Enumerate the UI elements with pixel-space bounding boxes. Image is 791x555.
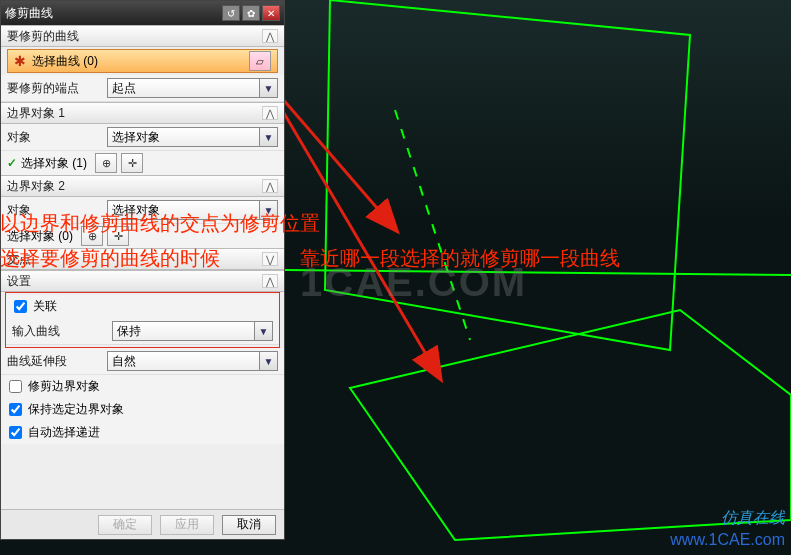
section-label: 要修剪的曲线 — [7, 28, 79, 45]
watermark-url: www.1CAE.com — [670, 531, 785, 549]
reset-icon[interactable]: ↺ — [222, 5, 240, 21]
close-icon[interactable]: ✕ — [262, 5, 280, 21]
input-curve-label: 输入曲线 — [12, 323, 108, 340]
auto-select-checkbox[interactable] — [9, 426, 22, 439]
section-settings[interactable]: 设置 ⋀ — [1, 270, 284, 292]
button-bar: 确定 应用 取消 — [1, 509, 284, 539]
input-curve-select[interactable]: 保持 ▼ — [112, 321, 273, 341]
dialog-title: 修剪曲线 — [5, 5, 53, 22]
auto-select-row[interactable]: 自动选择递进 — [1, 421, 284, 444]
curve-pick-icon[interactable]: ▱ — [249, 51, 271, 71]
endpoint-row: 要修剪的端点 起点 ▼ — [1, 75, 284, 102]
keep-boundary-checkbox[interactable] — [9, 403, 22, 416]
highlighted-settings-box: 关联 输入曲线 保持 ▼ — [5, 292, 280, 348]
input-curve-row: 输入曲线 保持 ▼ — [6, 318, 279, 345]
trim-boundary-checkbox[interactable] — [9, 380, 22, 393]
section-label: 边界对象 2 — [7, 178, 65, 195]
cancel-button[interactable]: 取消 — [222, 515, 276, 535]
target-icon[interactable]: ✛ — [121, 153, 143, 173]
extend-select[interactable]: 自然 ▼ — [107, 351, 278, 371]
annotation-line-2b: 靠近哪一段选择的就修剪哪一段曲线 — [300, 245, 620, 272]
chevron-down-icon: ▼ — [259, 352, 277, 370]
select-curve-label: 选择曲线 (0) — [32, 53, 98, 70]
gear-icon[interactable]: ✿ — [242, 5, 260, 21]
chevron-up-icon[interactable]: ⋀ — [262, 179, 278, 193]
chevron-down-icon: ▼ — [254, 322, 272, 340]
keep-boundary-row[interactable]: 保持选定边界对象 — [1, 398, 284, 421]
svg-line-4 — [268, 82, 396, 230]
section-to-trim[interactable]: 要修剪的曲线 ⋀ — [1, 25, 284, 47]
boundary1-object-row: 对象 选择对象 ▼ — [1, 124, 284, 151]
trim-boundary-row[interactable]: 修剪边界对象 — [1, 375, 284, 398]
annotation-line-1: 以边界和修剪曲线的交点为修剪位置 — [0, 210, 320, 237]
auto-select-label: 自动选择递进 — [28, 424, 100, 441]
object-value: 选择对象 — [112, 129, 160, 146]
boundary1-object-select[interactable]: 选择对象 ▼ — [107, 127, 278, 147]
endpoint-select[interactable]: 起点 ▼ — [107, 78, 278, 98]
chevron-up-icon[interactable]: ⋀ — [262, 29, 278, 43]
select-object-label: 选择对象 (1) — [21, 155, 87, 172]
object-label: 对象 — [7, 129, 103, 146]
associate-row[interactable]: 关联 — [6, 295, 279, 318]
associate-label: 关联 — [33, 298, 57, 315]
input-curve-value: 保持 — [117, 323, 141, 340]
titlebar: 修剪曲线 ↺ ✿ ✕ — [1, 1, 284, 25]
svg-marker-1 — [350, 310, 791, 540]
chevron-down-icon[interactable]: ⋁ — [262, 252, 278, 266]
section-label: 设置 — [7, 273, 31, 290]
keep-boundary-label: 保持选定边界对象 — [28, 401, 124, 418]
endpoint-label: 要修剪的端点 — [7, 80, 103, 97]
chevron-up-icon[interactable]: ⋀ — [262, 106, 278, 120]
add-icon[interactable]: ⊕ — [95, 153, 117, 173]
section-boundary-2[interactable]: 边界对象 2 ⋀ — [1, 175, 284, 197]
watermark-slogan: 仿真在线 — [721, 508, 785, 529]
apply-button[interactable]: 应用 — [160, 515, 214, 535]
section-boundary-1[interactable]: 边界对象 1 ⋀ — [1, 102, 284, 124]
associate-checkbox[interactable] — [14, 300, 27, 313]
endpoint-value: 起点 — [112, 80, 136, 97]
extend-row: 曲线延伸段 自然 ▼ — [1, 348, 284, 375]
section-label: 边界对象 1 — [7, 105, 65, 122]
chevron-down-icon: ▼ — [259, 128, 277, 146]
annotation-line-2a: 选择要修剪的曲线的时候 — [0, 245, 220, 272]
svg-line-3 — [395, 110, 470, 340]
check-icon: ✓ — [7, 156, 17, 170]
boundary1-select-row[interactable]: ✓ 选择对象 (1) ⊕ ✛ — [1, 151, 284, 175]
chevron-up-icon[interactable]: ⋀ — [262, 274, 278, 288]
extend-label: 曲线延伸段 — [7, 353, 103, 370]
required-star-icon: ✱ — [14, 53, 26, 69]
extend-value: 自然 — [112, 353, 136, 370]
chevron-down-icon: ▼ — [259, 79, 277, 97]
ok-button[interactable]: 确定 — [98, 515, 152, 535]
trim-boundary-label: 修剪边界对象 — [28, 378, 100, 395]
select-curve-row[interactable]: ✱ 选择曲线 (0) ▱ — [7, 49, 278, 73]
